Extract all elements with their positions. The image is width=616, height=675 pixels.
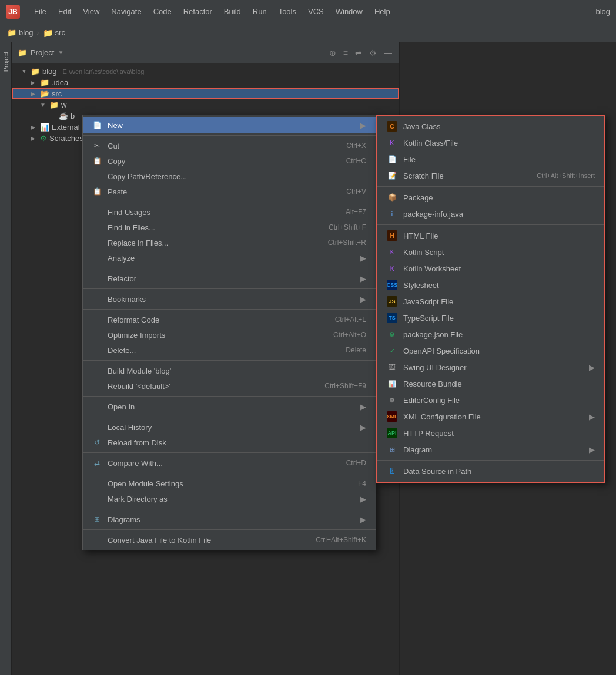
tree-item-src[interactable]: ▶ 📂 src bbox=[12, 88, 399, 99]
ctx-item-analyze[interactable]: Analyze ▶ bbox=[83, 250, 376, 266]
panel-settings-icon[interactable]: ⚙ bbox=[368, 47, 378, 59]
scissors-icon: ✂ bbox=[92, 141, 102, 150]
menu-code[interactable]: Code bbox=[149, 5, 176, 18]
submenu-item-file[interactable]: 📄 File bbox=[377, 151, 604, 167]
ctx-label-new: New bbox=[108, 121, 123, 130]
submenu-item-kotlin-script[interactable]: K Kotlin Script bbox=[377, 244, 604, 260]
ctx-item-copy[interactable]: 📋 Copy Ctrl+C bbox=[83, 153, 376, 169]
menu-tools[interactable]: Tools bbox=[274, 5, 301, 18]
ctx-item-find-usages[interactable]: Find Usages Alt+F7 bbox=[83, 204, 376, 220]
ctx-item-bookmarks[interactable]: Bookmarks ▶ bbox=[83, 291, 376, 307]
ctx-item-refactor[interactable]: Refactor ▶ bbox=[83, 271, 376, 286]
submenu-item-kotlin-worksheet[interactable]: K Kotlin Worksheet bbox=[377, 260, 604, 277]
pkg-info-icon: i bbox=[387, 209, 397, 219]
ctx-item-open-in[interactable]: Open In ▶ bbox=[83, 399, 376, 414]
ctx-item-diagrams[interactable]: ⊞ Diagrams ▶ bbox=[83, 512, 376, 527]
titlebar: JB File Edit View Navigate Code Refactor… bbox=[0, 0, 616, 23]
ctx-item-compare[interactable]: ⇄ Compare With... Ctrl+D bbox=[83, 455, 376, 471]
submenu-item-pkg-info[interactable]: i package-info.java bbox=[377, 206, 604, 222]
ctx-arrow-local-history: ▶ bbox=[360, 423, 366, 432]
submenu-item-openapi[interactable]: ✓ OpenAPI Specification bbox=[377, 342, 604, 359]
copy-icon: 📋 bbox=[92, 156, 102, 166]
panel-expand-icon[interactable]: ⇌ bbox=[354, 47, 363, 59]
ctx-item-find-files[interactable]: Find in Files... Ctrl+Shift+F bbox=[83, 220, 376, 235]
ctx-item-reload-disk[interactable]: ↺ Reload from Disk bbox=[83, 435, 376, 450]
submenu-item-datasource[interactable]: 🗄 Data Source in Path bbox=[377, 463, 604, 479]
diagrams-icon: ⊞ bbox=[92, 515, 102, 524]
ctx-shortcut-reformat: Ctrl+Alt+L bbox=[335, 315, 366, 324]
diagram-icon: ⊞ bbox=[387, 444, 397, 455]
ctx-item-build-module[interactable]: Build Module 'blog' bbox=[83, 363, 376, 378]
compare-icon: ⇄ bbox=[92, 458, 102, 468]
tree-arrow-scratches: ▶ bbox=[31, 135, 38, 142]
ctx-item-replace-files[interactable]: Replace in Files... Ctrl+Shift+R bbox=[83, 235, 376, 250]
submenu-label-js: JavaScript File bbox=[403, 297, 453, 306]
submenu-item-ts[interactable]: TS TypeScript File bbox=[377, 310, 604, 326]
menu-edit[interactable]: Edit bbox=[53, 5, 76, 18]
panel-title: 📁 Project ▼ bbox=[18, 48, 63, 57]
ctx-divider-7 bbox=[83, 396, 376, 397]
ctx-label-rebuild: Rebuild '<default>' bbox=[108, 382, 170, 391]
ctx-item-convert[interactable]: Convert Java File to Kotlin File Ctrl+Al… bbox=[83, 532, 376, 548]
ctx-item-local-history[interactable]: Local History ▶ bbox=[83, 419, 376, 435]
submenu-item-http[interactable]: API HTTP Request bbox=[377, 425, 604, 441]
panel-hide-icon[interactable]: — bbox=[383, 47, 393, 59]
menu-run[interactable]: Run bbox=[248, 5, 272, 18]
ctx-item-copy-path[interactable]: Copy Path/Reference... bbox=[83, 169, 376, 184]
tree-item-blog[interactable]: ▼ 📁 blog E:\wenjian\cs\code\java\blog bbox=[12, 66, 399, 77]
module-settings-icon bbox=[92, 479, 102, 488]
menu-file[interactable]: File bbox=[29, 5, 51, 18]
ctx-item-cut[interactable]: ✂ Cut Ctrl+X bbox=[83, 138, 376, 153]
ctx-shortcut-compare: Ctrl+D bbox=[346, 459, 366, 467]
submenu-item-xml[interactable]: XML XML Configuration File ▶ bbox=[377, 408, 604, 425]
tree-arrow-ext: ▶ bbox=[31, 124, 38, 130]
paste-icon: 📋 bbox=[92, 187, 102, 196]
ctx-item-module-settings[interactable]: Open Module Settings F4 bbox=[83, 476, 376, 491]
submenu-item-json[interactable]: ⚙ package.json File bbox=[377, 326, 604, 342]
menu-help[interactable]: Help bbox=[370, 5, 395, 18]
submenu-item-js[interactable]: JS JavaScript File bbox=[377, 293, 604, 310]
sidebar-tab: Project bbox=[0, 42, 12, 675]
submenu-item-editorconfig[interactable]: ⚙ EditorConfig File bbox=[377, 392, 604, 408]
submenu-item-swing[interactable]: 🖼 Swing UI Designer ▶ bbox=[377, 359, 604, 375]
submenu-item-diagram[interactable]: ⊞ Diagram ▶ bbox=[377, 441, 604, 458]
submenu-item-scratch[interactable]: 📝 Scratch File Ctrl+Alt+Shift+Insert bbox=[377, 167, 604, 184]
menu-navigate[interactable]: Navigate bbox=[106, 5, 146, 18]
tree-item-idea[interactable]: ▶ 📁 .idea bbox=[12, 77, 399, 88]
menu-bar: File Edit View Navigate Code Refactor Bu… bbox=[29, 5, 395, 18]
submenu-divider-1 bbox=[377, 186, 604, 187]
menu-view[interactable]: View bbox=[78, 5, 104, 18]
ctx-item-optimize[interactable]: Optimize Imports Ctrl+Alt+O bbox=[83, 327, 376, 342]
panel-dropdown-icon[interactable]: ▼ bbox=[58, 49, 63, 56]
ctx-shortcut-cut: Ctrl+X bbox=[346, 142, 366, 150]
submenu-item-html[interactable]: H HTML File bbox=[377, 227, 604, 244]
panel-locate-icon[interactable]: ⊕ bbox=[328, 47, 337, 59]
breadcrumb-project[interactable]: 📁 blog bbox=[7, 28, 34, 37]
ctx-item-new[interactable]: 📄 New ▶ bbox=[83, 117, 376, 133]
ctx-item-paste[interactable]: 📋 Paste Ctrl+V bbox=[83, 184, 376, 199]
ctx-item-reformat[interactable]: Reformat Code Ctrl+Alt+L bbox=[83, 312, 376, 327]
menu-window[interactable]: Window bbox=[331, 5, 367, 18]
ctx-arrow-analyze: ▶ bbox=[360, 254, 366, 263]
submenu-item-kotlin-class[interactable]: K Kotlin Class/File bbox=[377, 135, 604, 151]
ctx-divider-8 bbox=[83, 417, 376, 417]
ctx-item-delete[interactable]: Delete... Delete bbox=[83, 342, 376, 358]
submenu-label-ts: TypeScript File bbox=[403, 314, 454, 323]
build-module-icon bbox=[92, 366, 102, 375]
submenu-item-package[interactable]: 📦 Package bbox=[377, 189, 604, 206]
submenu-item-stylesheet[interactable]: CSS Stylesheet bbox=[377, 277, 604, 293]
ctx-item-mark-dir[interactable]: Mark Directory as ▶ bbox=[83, 491, 376, 506]
menu-refactor[interactable]: Refactor bbox=[179, 5, 217, 18]
copy-path-icon bbox=[92, 172, 102, 181]
menu-vcs[interactable]: VCS bbox=[303, 5, 329, 18]
ctx-item-rebuild[interactable]: Rebuild '<default>' Ctrl+Shift+F9 bbox=[83, 378, 376, 394]
submenu-item-java-class[interactable]: C Java Class bbox=[377, 118, 604, 135]
sidebar-project-label[interactable]: Project bbox=[1, 47, 11, 76]
breadcrumb-src[interactable]: 📁 src bbox=[43, 28, 65, 38]
panel-collapse-icon[interactable]: ≡ bbox=[342, 47, 349, 59]
tree-item-w[interactable]: ▼ 📁 w bbox=[12, 99, 399, 110]
submenu-label-java-class: Java Class bbox=[403, 122, 441, 131]
submenu-item-resource[interactable]: 📊 Resource Bundle bbox=[377, 375, 604, 392]
scratch-icon: 📝 bbox=[387, 170, 397, 181]
menu-build[interactable]: Build bbox=[219, 5, 246, 18]
